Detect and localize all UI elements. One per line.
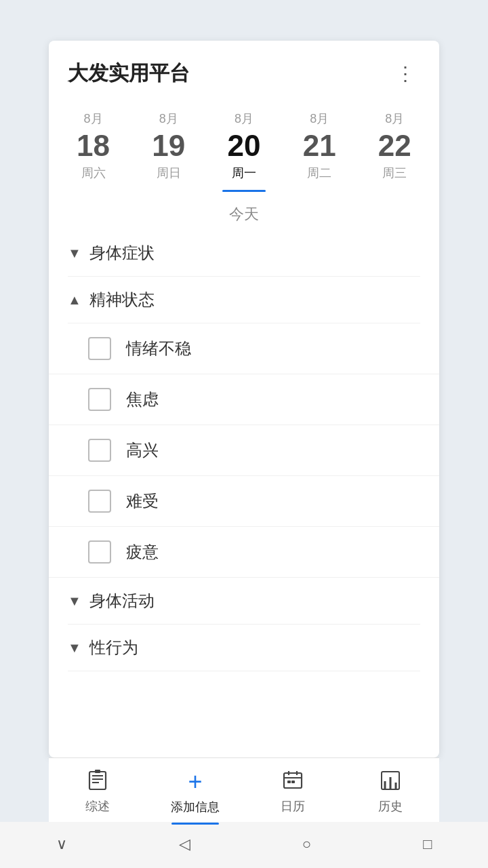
nav-back-icon[interactable]: ◁ [168, 833, 201, 856]
calendar-strip: 8月 18 周六 8月 19 周日 8月 20 周一 8月 21 周二 8月 2… [49, 100, 439, 192]
section-label-physical-activity: 身体活动 [89, 590, 155, 612]
bottom-nav: 综述 + 添加信息 日历 历史 [49, 757, 439, 822]
cal-weekday: 周日 [157, 165, 181, 181]
checkbox-item-uncomfortable: 难受 [49, 476, 439, 527]
checkbox-uncomfortable[interactable] [88, 490, 111, 513]
cal-month: 8月 [385, 111, 404, 127]
nav-icon-history [380, 769, 401, 795]
cal-date: 22 [378, 130, 411, 162]
checkbox-anxiety[interactable] [88, 388, 111, 411]
section-label-mental-state: 精神状态 [89, 289, 155, 311]
app-title: 大发实用平台 [68, 60, 190, 87]
checkbox-label-mood-unstable: 情绪不稳 [126, 338, 191, 359]
checkbox-label-tired: 疲意 [126, 541, 159, 563]
nav-recent-icon[interactable]: □ [412, 833, 443, 856]
menu-button[interactable]: ⋮ [390, 60, 420, 87]
cal-day-20[interactable]: 8月 20 周一 [217, 105, 271, 192]
svg-rect-9 [287, 781, 291, 783]
section-label-physical-symptoms: 身体症状 [89, 242, 155, 264]
phone-container: 大发实用平台 ⋮ 8月 18 周六 8月 19 周日 8月 20 周一 8月 2… [0, 0, 488, 868]
checkbox-item-happy: 高兴 [49, 425, 439, 476]
header: 大发实用平台 ⋮ [49, 41, 439, 100]
section-chevron-physical-activity: ▼ [68, 593, 81, 609]
cal-day-19[interactable]: 8月 19 周日 [142, 105, 196, 192]
nav-home-icon[interactable]: ○ [291, 833, 322, 856]
system-nav-bar: ∨ ◁ ○ □ [0, 822, 488, 868]
svg-rect-10 [291, 781, 295, 783]
nav-label-add-info: 添加信息 [171, 799, 220, 815]
nav-item-add-info[interactable]: + 添加信息 [161, 768, 229, 815]
cal-date: 19 [152, 130, 185, 162]
cal-date: 18 [77, 130, 110, 162]
checkbox-label-uncomfortable: 难受 [126, 490, 159, 512]
nav-active-bar [171, 823, 219, 825]
cal-month: 8月 [310, 111, 329, 127]
nav-icon-calendar [282, 769, 304, 795]
cal-weekday: 周三 [382, 165, 407, 181]
section-chevron-sexual-behavior: ▼ [68, 640, 81, 656]
today-label: 今天 [49, 192, 439, 230]
checkbox-mood-unstable[interactable] [88, 337, 111, 360]
cal-date: 20 [227, 130, 260, 162]
nav-icon-overview [87, 769, 108, 795]
nav-label-overview: 综述 [85, 798, 110, 814]
checkbox-item-anxiety: 焦虑 [49, 374, 439, 425]
section-chevron-physical-symptoms: ▼ [68, 245, 81, 261]
nav-item-calendar[interactable]: 日历 [259, 769, 327, 814]
checkbox-happy[interactable] [88, 439, 111, 462]
cal-date: 21 [303, 130, 336, 162]
checkbox-label-anxiety: 焦虑 [126, 389, 159, 410]
section-label-sexual-behavior: 性行为 [89, 637, 138, 658]
cal-weekday: 周二 [307, 165, 331, 181]
section-chevron-mental-state: ▲ [68, 292, 81, 308]
cal-day-22[interactable]: 8月 22 周三 [367, 105, 422, 192]
cal-weekday: 周一 [232, 165, 256, 181]
cal-month: 8月 [235, 111, 253, 127]
nav-label-calendar: 日历 [281, 798, 305, 814]
nav-down-icon[interactable]: ∨ [45, 833, 78, 856]
section-header-physical-activity[interactable]: ▼ 身体活动 [49, 578, 439, 624]
section-header-mental-state[interactable]: ▲ 精神状态 [49, 277, 439, 323]
cal-day-18[interactable]: 8月 18 周六 [66, 105, 121, 192]
nav-icon-add-info: + [188, 768, 202, 796]
section-header-sexual-behavior[interactable]: ▼ 性行为 [49, 625, 439, 671]
svg-rect-0 [89, 772, 106, 789]
nav-label-history: 历史 [378, 798, 403, 814]
cal-month: 8月 [159, 111, 178, 127]
active-underline [222, 190, 266, 192]
cal-weekday: 周六 [81, 165, 106, 181]
cal-month: 8月 [84, 111, 103, 127]
section-header-physical-symptoms[interactable]: ▼ 身体症状 [49, 230, 439, 276]
svg-rect-4 [95, 770, 100, 773]
checkbox-label-happy: 高兴 [126, 439, 159, 461]
checkbox-tired[interactable] [88, 540, 111, 564]
checkbox-item-mood-unstable: 情绪不稳 [49, 323, 439, 374]
main-card: 大发实用平台 ⋮ 8月 18 周六 8月 19 周日 8月 20 周一 8月 2… [49, 41, 439, 757]
checkbox-item-tired: 疲意 [49, 527, 439, 578]
nav-item-history[interactable]: 历史 [357, 769, 424, 814]
nav-item-overview[interactable]: 综述 [64, 769, 131, 814]
section-divider-sexual-behavior [68, 671, 420, 671]
section-list: ▼ 身体症状 ▲ 精神状态 情绪不稳 焦虑 高兴 难受 疲意 ▼ 身体活动 ▼ … [49, 230, 439, 757]
cal-day-21[interactable]: 8月 21 周二 [292, 105, 346, 192]
